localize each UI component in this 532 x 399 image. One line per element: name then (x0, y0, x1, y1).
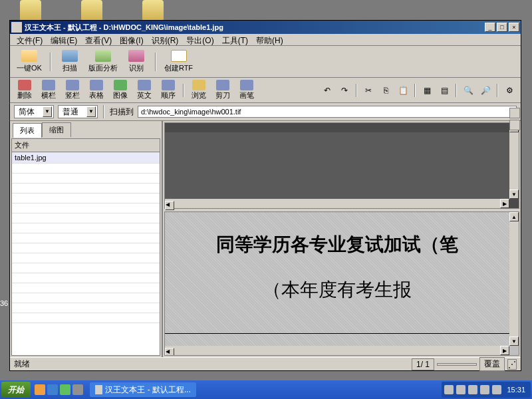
menu-image[interactable]: 图像(I) (116, 34, 147, 45)
layout2-button[interactable]: ▤ (437, 83, 452, 98)
vertical-scrollbar[interactable]: ▲ ▼ (509, 123, 519, 199)
menu-file[interactable]: 文件(F) (13, 34, 47, 45)
table-icon (90, 80, 103, 90)
font-combo[interactable]: 简体▼ (14, 105, 54, 118)
taskbar-app-button[interactable]: 汉王文本王 - 默认工程... (90, 382, 196, 397)
separator (356, 84, 357, 97)
resize-grip[interactable]: ⋰ (507, 359, 517, 370)
scroll-right-button[interactable]: ▶ (500, 346, 509, 355)
file-row-empty (12, 194, 160, 203)
file-list-header[interactable]: 文件 (12, 139, 160, 152)
window-title: 汉王文本王 - 默认工程 - D:\HWDOC_KING\image\table… (25, 23, 485, 33)
scissors-icon (216, 80, 229, 90)
scroll-down-button[interactable]: ▼ (509, 336, 519, 346)
tray-icon[interactable] (480, 385, 489, 394)
desktop-icon[interactable] (20, 0, 41, 21)
tab-list[interactable]: 列表 (13, 123, 42, 138)
clock[interactable]: 15:31 (504, 386, 528, 394)
status-empty (437, 363, 477, 366)
horizontal-column-button[interactable]: 横栏 (38, 79, 59, 101)
document-content[interactable]: 同等学历各专业复试加试（笔 （本年度有考生报 (165, 212, 509, 346)
create-rtf-button[interactable]: 创建RTF (162, 49, 196, 74)
hcolumn-icon (42, 80, 55, 90)
file-row-empty (12, 223, 160, 233)
separator (497, 84, 498, 97)
status-ready: 就绪 (14, 358, 30, 370)
tray-icon[interactable] (444, 385, 454, 394)
side-tool-icon[interactable] (509, 108, 520, 118)
english-icon (138, 80, 151, 90)
scroll-down-button[interactable]: ▼ (509, 190, 519, 199)
tray-icon[interactable] (468, 385, 477, 394)
scroll-left-button[interactable]: ◀ (165, 348, 174, 356)
paste-button[interactable]: 📋 (396, 83, 410, 98)
file-row-empty (12, 213, 160, 223)
browse-icon (192, 80, 205, 90)
english-button[interactable]: 英文 (134, 79, 155, 101)
side-tool-icon[interactable] (509, 120, 520, 130)
maximize-button[interactable]: □ (497, 23, 507, 32)
style-combo[interactable]: 普通▼ (58, 105, 98, 118)
scroll-up-button[interactable]: ▲ (509, 212, 519, 221)
quicklaunch-icon[interactable] (47, 384, 58, 395)
scissors-button[interactable]: 剪刀 (212, 79, 233, 101)
cut-button[interactable]: ✂ (361, 83, 376, 98)
file-row-empty (12, 273, 160, 283)
tab-thumbnails[interactable]: 缩图 (42, 122, 71, 137)
vertical-column-button[interactable]: 竖栏 (62, 79, 83, 101)
image-icon (114, 80, 127, 90)
scan-path-input[interactable] (138, 106, 517, 118)
brush-button[interactable]: 画笔 (236, 79, 257, 101)
tray-icon[interactable] (492, 385, 501, 394)
menu-edit[interactable]: 编辑(E) (47, 34, 81, 45)
minimize-button[interactable]: _ (485, 23, 495, 32)
layout1-button[interactable]: ▦ (420, 83, 434, 98)
file-list: 文件 table1.jpg (11, 138, 160, 356)
delete-button[interactable]: 删除 (14, 79, 35, 101)
quicklaunch-icon[interactable] (72, 384, 83, 395)
settings-button[interactable]: ⚙ (502, 83, 517, 98)
horizontal-scrollbar[interactable]: ◀ ▶ (165, 346, 509, 355)
copy-button[interactable]: ⎘ (378, 83, 393, 98)
horizontal-scrollbar[interactable]: ◀ ▶ (165, 199, 509, 208)
menu-help[interactable]: 帮助(H) (252, 34, 287, 45)
one-key-ok-button[interactable]: 一键OK (14, 49, 45, 74)
close-button[interactable]: × (509, 23, 519, 32)
preview-canvas[interactable] (165, 132, 509, 199)
rtf-icon (171, 50, 187, 62)
separator (155, 53, 156, 71)
separator (50, 53, 51, 71)
recognize-button[interactable]: 识别 (123, 49, 150, 74)
vertical-scrollbar[interactable]: ▲ ▼ (509, 212, 519, 346)
scroll-right-button[interactable]: ▶ (500, 199, 509, 208)
undo-button[interactable]: ↶ (320, 83, 334, 98)
image-button[interactable]: 图像 (110, 79, 131, 101)
tray-icon[interactable] (456, 385, 466, 394)
order-icon (162, 80, 175, 90)
menubar: 文件(F) 编辑(E) 查看(V) 图像(I) 识别(R) 导出(O) 工具(T… (10, 34, 521, 46)
zoom-out-button[interactable]: 🔎 (478, 83, 493, 98)
menu-recognize[interactable]: 识别(R) (148, 34, 183, 45)
desktop-icon[interactable] (81, 0, 102, 21)
start-button[interactable]: 开始 (1, 382, 31, 398)
quicklaunch-icon[interactable] (35, 384, 45, 395)
menu-export[interactable]: 导出(O) (182, 34, 217, 45)
layout-analysis-button[interactable]: 版面分析 (86, 49, 120, 74)
separator (183, 84, 184, 97)
browse-button[interactable]: 浏览 (188, 79, 209, 101)
desktop-icon[interactable] (142, 0, 164, 21)
ok-icon (21, 50, 37, 62)
order-button[interactable]: 顺序 (158, 79, 179, 101)
table-button[interactable]: 表格 (86, 79, 107, 101)
menu-view[interactable]: 查看(V) (81, 34, 116, 45)
scroll-left-button[interactable]: ◀ (165, 201, 174, 210)
zoom-in-button[interactable]: 🔍 (461, 83, 475, 98)
redo-button[interactable]: ↷ (337, 83, 352, 98)
file-row-empty (12, 243, 160, 253)
scan-button[interactable]: 扫描 (57, 49, 83, 74)
left-panel: 列表 缩图 文件 table1.jpg (10, 121, 163, 357)
menu-tools[interactable]: 工具(T) (218, 34, 252, 45)
file-row[interactable]: table1.jpg (12, 152, 160, 164)
file-row-empty (12, 174, 160, 184)
quicklaunch-icon[interactable] (60, 384, 70, 395)
